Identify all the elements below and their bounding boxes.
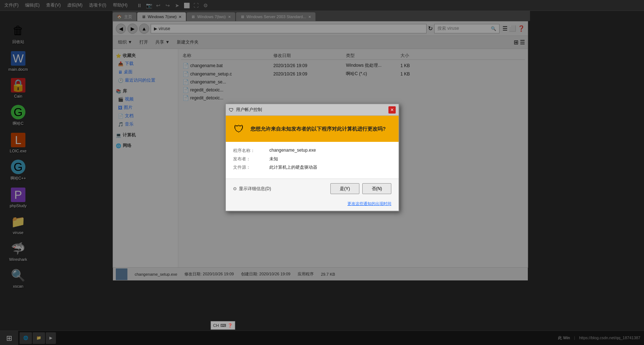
- uac-change-notification-link[interactable]: 更改这些通知的出现时间: [347, 201, 391, 206]
- uac-shield-titlebar-icon: 🛡: [229, 107, 234, 113]
- uac-no-button[interactable]: 否(N): [362, 183, 391, 194]
- uac-details-chevron-icon: ⊙: [233, 186, 237, 191]
- uac-details-label: 显示详细信息(D): [239, 186, 271, 192]
- uac-program-row: 程序名称： changename_setup.exe: [233, 148, 391, 154]
- lang-help-icon: ❓: [228, 323, 233, 328]
- uac-question-text: 您想允许来自未知发布者的以下程序对此计算机进行更改吗?: [250, 125, 386, 133]
- language-bar: CH ⌨ ❓: [211, 321, 235, 330]
- uac-footer: ⊙ 显示详细信息(D) 是(Y) 否(N): [226, 178, 399, 198]
- uac-program-value: changename_setup.exe: [269, 148, 316, 154]
- uac-dialog: 🛡 用户帐户控制 ✕ 🛡 您想允许来自未知发布者的以下程序对此计算机进行更改吗?…: [225, 103, 399, 211]
- lang-kb-icon: ⌨: [220, 323, 226, 328]
- uac-source-label: 文件源：: [233, 164, 262, 171]
- uac-publisher-value: 未知: [269, 156, 278, 162]
- lang-text: CH: [213, 323, 219, 328]
- uac-program-label: 程序名称：: [233, 148, 262, 154]
- uac-publisher-label: 发布者：: [233, 156, 262, 162]
- uac-source-value: 此计算机上的硬盘驱动器: [269, 164, 317, 171]
- desktop: 文件(F) 编辑(E) 查看(V) 虚拟(M) 选项卡(I) 帮助(H) ⏸ 📷…: [0, 0, 644, 345]
- uac-action-buttons: 是(Y) 否(N): [330, 183, 391, 194]
- uac-publisher-row: 发布者： 未知: [233, 156, 391, 162]
- uac-close-button[interactable]: ✕: [388, 106, 396, 114]
- uac-source-row: 文件源： 此计算机上的硬盘驱动器: [233, 164, 391, 171]
- uac-title-text: 用户帐户控制: [236, 107, 388, 113]
- uac-titlebar: 🛡 用户帐户控制 ✕: [226, 104, 399, 116]
- uac-overlay: 🛡 用户帐户控制 ✕ 🛡 您想允许来自未知发布者的以下程序对此计算机进行更改吗?…: [0, 0, 644, 345]
- uac-change-link-area: 更改这些通知的出现时间: [226, 198, 399, 211]
- uac-details-button[interactable]: ⊙ 显示详细信息(D): [233, 186, 271, 192]
- uac-header: 🛡 您想允许来自未知发布者的以下程序对此计算机进行更改吗?: [226, 116, 399, 142]
- uac-warning-shield-icon: 🛡: [232, 122, 246, 136]
- uac-body: 程序名称： changename_setup.exe 发布者： 未知 文件源： …: [226, 142, 399, 178]
- uac-yes-button[interactable]: 是(Y): [330, 183, 359, 194]
